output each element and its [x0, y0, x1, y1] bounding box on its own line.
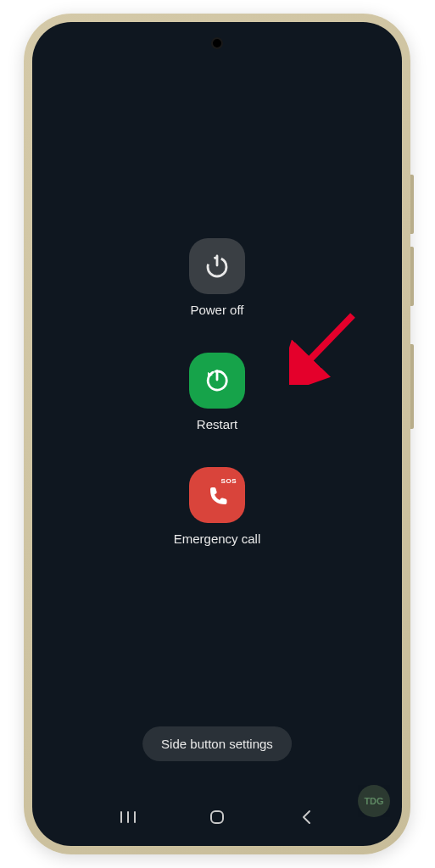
phone-device-frame: Power off Restart — [24, 14, 410, 854]
emergency-label: Emergency call — [174, 531, 261, 546]
power-off-option[interactable]: Power off — [189, 238, 245, 317]
restart-label: Restart — [197, 417, 237, 431]
watermark-text: TDG — [364, 796, 383, 806]
navigation-bar — [32, 805, 402, 829]
power-menu: Power off Restart — [174, 238, 261, 546]
sos-badge: SOS — [221, 477, 237, 485]
recents-button[interactable] — [116, 805, 140, 829]
side-button-settings-button[interactable]: Side button settings — [142, 726, 292, 761]
power-menu-overlay: Power off Restart — [32, 22, 402, 846]
power-side-button — [410, 344, 414, 429]
emergency-call-option[interactable]: SOS Emergency call — [174, 467, 261, 546]
watermark-badge: TDG — [358, 785, 390, 817]
emergency-call-icon: SOS — [189, 467, 245, 523]
phone-screen: Power off Restart — [32, 22, 402, 846]
restart-option[interactable]: Restart — [189, 353, 245, 431]
home-button[interactable] — [205, 805, 229, 829]
svg-rect-7 — [211, 811, 223, 823]
restart-icon — [189, 353, 245, 409]
power-off-label: Power off — [190, 303, 243, 317]
back-button[interactable] — [294, 805, 318, 829]
settings-label: Side button settings — [161, 737, 273, 751]
volume-down-button — [410, 247, 414, 306]
power-off-icon — [189, 238, 245, 294]
volume-up-button — [410, 175, 414, 234]
